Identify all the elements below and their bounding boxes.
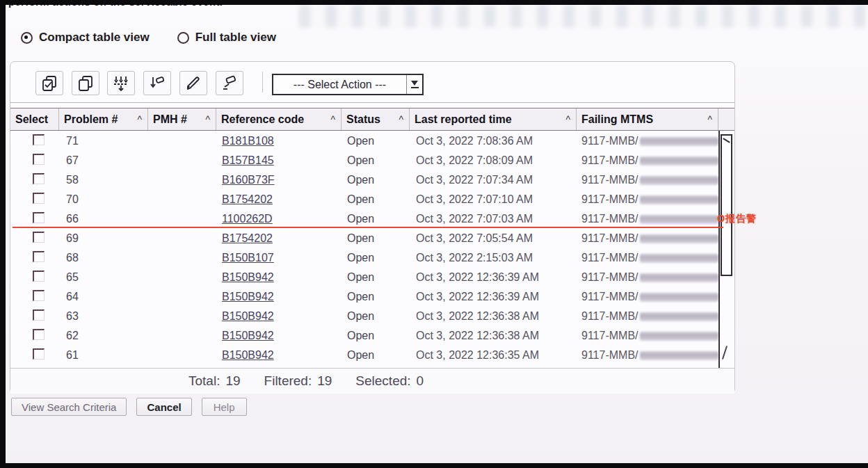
row-checkbox[interactable] <box>33 251 45 262</box>
table-toolbar: --- Select Action --- <box>10 62 734 102</box>
column-header-status[interactable]: Status^ <box>341 108 410 130</box>
problem-number: 69 <box>59 232 148 245</box>
select-cell <box>10 154 59 168</box>
top-black-bar <box>0 0 868 5</box>
scrollbar-lower-mark <box>722 346 728 360</box>
toolbar-separator <box>262 72 263 92</box>
table-row: 67 B157B145 Open Oct 3, 2022 7:08:09 AM … <box>10 151 718 170</box>
select-cell <box>10 173 59 187</box>
edit-sort-button[interactable] <box>179 71 207 95</box>
row-checkbox[interactable] <box>33 271 45 282</box>
table-row: 68 B150B107 Open Oct 3, 2022 2:15:03 AM … <box>10 248 718 268</box>
row-checkbox[interactable] <box>33 309 45 321</box>
sort-ascending-icon[interactable]: ^ <box>137 114 142 125</box>
show-filter-row-button[interactable] <box>107 71 135 95</box>
reference-code-link[interactable]: B150B942 <box>222 349 274 361</box>
column-header-last-reported-time[interactable]: Last reported time^ <box>410 108 577 130</box>
status-value: Open <box>341 213 410 225</box>
reference-code-link[interactable]: B150B942 <box>222 271 274 283</box>
screenshot-stage: perform actions on the serviceable event… <box>0 0 868 468</box>
select-cell <box>10 232 59 245</box>
reference-code-link[interactable]: B150B107 <box>222 252 274 264</box>
row-checkbox[interactable] <box>33 212 45 223</box>
column-header-reference-code[interactable]: Reference code^ <box>216 108 341 130</box>
dropdown-arrow-icon[interactable] <box>406 75 422 94</box>
reference-code-cell: B1754202 <box>216 232 341 245</box>
row-checkbox[interactable] <box>33 154 45 165</box>
reference-code-link[interactable]: B160B73F <box>222 174 275 186</box>
row-checkbox[interactable] <box>33 193 45 204</box>
select-action-dropdown[interactable]: --- Select Action --- <box>272 74 424 95</box>
problem-number: 68 <box>59 252 148 264</box>
table-view-toggle: Compact table view Full table view <box>21 31 276 45</box>
row-checkbox[interactable] <box>33 173 45 184</box>
select-cell <box>10 134 59 148</box>
failing-mtms: 9117-MMB/ <box>577 310 718 323</box>
column-header-failing-mtms[interactable]: Failing MTMS^ <box>577 108 718 130</box>
row-checkbox[interactable] <box>33 232 45 243</box>
reference-code-link[interactable]: B150B942 <box>222 310 274 322</box>
select-cell <box>10 348 59 362</box>
failing-mtms: 9117-MMB/ <box>577 330 718 342</box>
reference-code-link[interactable]: B150B942 <box>222 330 274 341</box>
status-value: Open <box>341 310 410 323</box>
help-button[interactable]: Help <box>202 398 247 416</box>
clear-all-sorts-button[interactable] <box>216 71 243 95</box>
clear-all-filters-button[interactable] <box>143 71 171 95</box>
reference-code-link[interactable]: 1100262D <box>222 213 273 225</box>
reference-code-cell: B157B145 <box>216 154 341 167</box>
failing-mtms: 9117-MMB/ <box>577 135 718 147</box>
scrollbar-thumb[interactable] <box>721 134 732 276</box>
radio-label: Full table view <box>195 31 276 45</box>
failing-mtms: 9117-MMB/ <box>577 193 718 206</box>
reference-code-link[interactable]: B181B108 <box>222 135 274 147</box>
reference-code-cell: B181B108 <box>216 135 341 147</box>
table-summary-bar: Total:19 Filtered:19 Selected:0 <box>10 368 734 394</box>
redacted-serial-blur <box>640 351 718 360</box>
failing-mtms: 9117-MMB/ <box>577 174 718 186</box>
radio-full-table-view[interactable]: Full table view <box>177 31 276 45</box>
total-count: Total:19 <box>188 373 241 389</box>
column-header-pmh[interactable]: PMH #^ <box>148 108 216 130</box>
column-header-spacer <box>718 108 734 130</box>
selected-count: Selected:0 <box>355 373 424 389</box>
sort-ascending-icon[interactable]: ^ <box>330 114 335 125</box>
select-cell <box>10 290 59 304</box>
table-row: 61 B150B942 Open Oct 3, 2022 12:36:35 AM… <box>10 346 718 365</box>
row-checkbox[interactable] <box>33 348 45 360</box>
reference-code-link[interactable]: B1754202 <box>222 193 273 205</box>
row-checkbox[interactable] <box>33 134 45 145</box>
toolbar-divider <box>10 102 734 103</box>
status-value: Open <box>341 291 410 303</box>
sort-ascending-icon[interactable]: ^ <box>707 114 712 125</box>
status-value: Open <box>341 135 410 147</box>
radio-compact-table-view[interactable]: Compact table view <box>21 31 150 45</box>
status-value: Open <box>341 252 410 264</box>
scrollbar-track-border <box>718 131 720 368</box>
table-body: 71 B181B108 Open Oct 3, 2022 7:08:36 AM … <box>10 131 718 365</box>
annotation-underline <box>13 227 723 228</box>
status-value: Open <box>341 174 410 186</box>
redacted-serial-blur <box>640 176 718 185</box>
deselect-all-button[interactable] <box>72 71 99 95</box>
reference-code-link[interactable]: B157B145 <box>222 154 274 166</box>
row-checkbox[interactable] <box>33 290 45 301</box>
select-all-button[interactable] <box>35 71 63 95</box>
last-reported-time: Oct 3, 2022 12:36:38 AM <box>410 330 577 342</box>
failing-mtms: 9117-MMB/ <box>577 232 718 245</box>
sort-ascending-icon[interactable]: ^ <box>205 114 210 125</box>
last-reported-time: Oct 3, 2022 12:36:35 AM <box>410 349 577 362</box>
radio-selected-icon[interactable] <box>21 32 33 44</box>
cancel-button[interactable]: Cancel <box>136 398 191 416</box>
status-value: Open <box>341 232 410 245</box>
radio-unselected-icon[interactable] <box>177 32 189 44</box>
row-checkbox[interactable] <box>33 329 45 340</box>
sort-ascending-icon[interactable]: ^ <box>399 114 403 125</box>
photo-artifact-streaks <box>299 5 868 27</box>
reference-code-link[interactable]: B150B942 <box>222 291 274 302</box>
column-header-problem[interactable]: Problem #^ <box>59 108 148 130</box>
status-value: Open <box>341 271 410 284</box>
view-search-criteria-button[interactable]: View Search Criteria <box>11 398 127 416</box>
sort-ascending-icon[interactable]: ^ <box>565 114 570 125</box>
reference-code-link[interactable]: B1754202 <box>222 232 273 244</box>
